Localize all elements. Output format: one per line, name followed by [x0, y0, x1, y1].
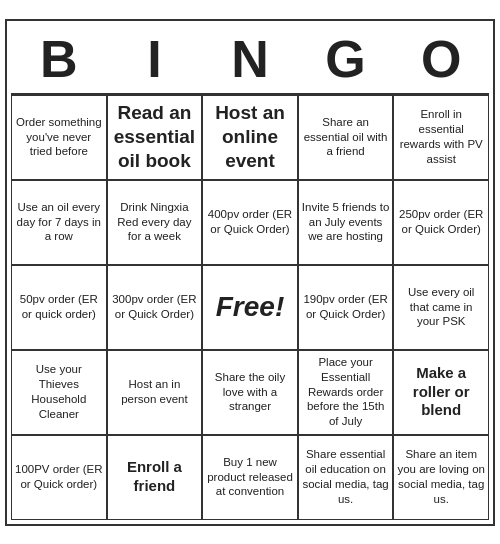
bingo-cell-1: Read an essential oil book [107, 95, 203, 180]
bingo-cell-20: 100PV order (ER or Quick order) [11, 435, 107, 520]
bingo-cell-5: Use an oil every day for 7 days in a row [11, 180, 107, 265]
bingo-cell-14: Use every oil that came in your PSK [393, 265, 489, 350]
bingo-cell-17: Share the oily love with a stranger [202, 350, 298, 435]
bingo-cell-24: Share an item you are loving on social m… [393, 435, 489, 520]
bingo-cell-7: 400pv order (ER or Quick Order) [202, 180, 298, 265]
bingo-cell-23: Share essential oil education on social … [298, 435, 394, 520]
bingo-cell-11: 300pv order (ER or Quick Order) [107, 265, 203, 350]
bingo-grid: Order something you've never tried befor… [11, 93, 489, 520]
bingo-cell-8: Invite 5 friends to an July events we ar… [298, 180, 394, 265]
bingo-letter-O: O [396, 29, 486, 89]
bingo-cell-12: Free! [202, 265, 298, 350]
bingo-cell-16: Host an in person event [107, 350, 203, 435]
bingo-letter-N: N [205, 29, 295, 89]
bingo-cell-3: Share an essential oil with a friend [298, 95, 394, 180]
bingo-cell-21: Enroll a friend [107, 435, 203, 520]
bingo-cell-18: Place your Essentiall Rewards order befo… [298, 350, 394, 435]
bingo-letter-B: B [14, 29, 104, 89]
bingo-cell-15: Use your Thieves Household Cleaner [11, 350, 107, 435]
bingo-cell-22: Buy 1 new product released at convention [202, 435, 298, 520]
bingo-cell-9: 250pv order (ER or Quick Order) [393, 180, 489, 265]
bingo-letter-G: G [301, 29, 391, 89]
bingo-cell-10: 50pv order (ER or quick order) [11, 265, 107, 350]
bingo-cell-6: Drink Ningxia Red every day for a week [107, 180, 203, 265]
bingo-cell-19: Make a roller or blend [393, 350, 489, 435]
bingo-cell-13: 190pv order (ER or Quick Order) [298, 265, 394, 350]
bingo-letter-I: I [109, 29, 199, 89]
bingo-cell-2: Host an online event [202, 95, 298, 180]
bingo-cell-0: Order something you've never tried befor… [11, 95, 107, 180]
bingo-header: BINGO [11, 25, 489, 93]
bingo-cell-4: Enroll in essential rewards with PV assi… [393, 95, 489, 180]
bingo-card: BINGO Order something you've never tried… [5, 19, 495, 526]
